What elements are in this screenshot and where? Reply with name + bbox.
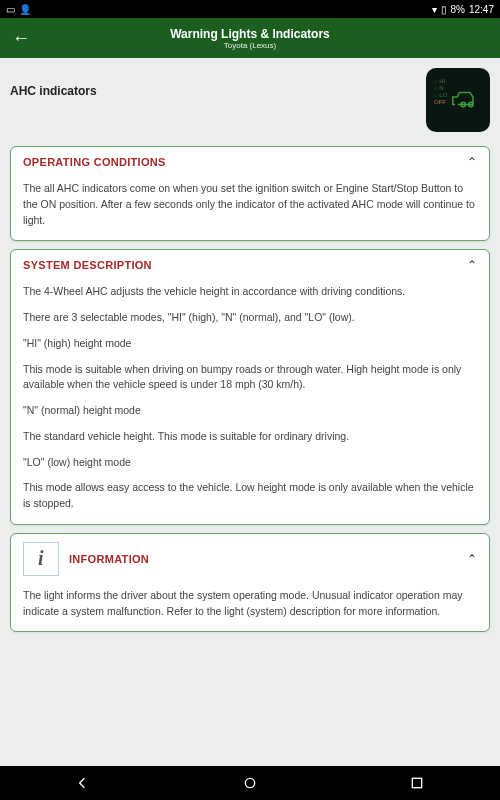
wifi-icon: ▾	[432, 4, 437, 15]
battery-icon: ▯	[441, 4, 447, 15]
header-titles: Warning Lights & Indicators Toyota (Lexu…	[170, 27, 330, 50]
nav-recent-button[interactable]	[408, 774, 426, 792]
clock: 12:47	[469, 4, 494, 15]
battery-text: 8%	[451, 4, 465, 15]
level-hi: ○ HI	[434, 78, 447, 85]
system-p2: There are 3 selectable modes, "HI" (high…	[23, 310, 477, 326]
system-p4: This mode is suitable when driving on bu…	[23, 362, 477, 394]
panel-operating-header[interactable]: OPERATING CONDITIONS ⌃	[11, 147, 489, 177]
svg-point-0	[245, 778, 254, 787]
app-header: ← Warning Lights & Indicators Toyota (Le…	[0, 18, 500, 58]
chevron-up-icon: ⌃	[467, 258, 477, 272]
nav-bar	[0, 766, 500, 800]
panel-system: SYSTEM DESCRIPTION ⌃ The 4-Wheel AHC adj…	[10, 249, 490, 525]
contact-icon: 👤	[19, 4, 31, 15]
indicator-icon: ○ HI ○ N ○ LO OFF	[426, 68, 490, 132]
level-lo: ○ LO	[434, 92, 447, 99]
chevron-up-icon: ⌃	[467, 552, 477, 566]
panel-operating: OPERATING CONDITIONS ⌃ The all AHC indic…	[10, 146, 490, 241]
system-p6: The standard vehicle height. This mode i…	[23, 429, 477, 445]
svg-rect-1	[412, 778, 421, 787]
chevron-up-icon: ⌃	[467, 155, 477, 169]
panel-system-header[interactable]: SYSTEM DESCRIPTION ⌃	[11, 250, 489, 280]
information-text: The light informs the driver about the s…	[23, 588, 477, 620]
system-p1: The 4-Wheel AHC adjusts the vehicle heig…	[23, 284, 477, 300]
page-top: AHC indicators ○ HI ○ N ○ LO OFF	[10, 68, 490, 132]
nav-home-button[interactable]	[241, 774, 259, 792]
panel-information-title-wrap: i INFORMATION	[23, 542, 149, 576]
laptop-icon: ▭	[6, 4, 15, 15]
panel-system-body: The 4-Wheel AHC adjusts the vehicle heig…	[11, 280, 489, 524]
system-p8: This mode allows easy access to the vehi…	[23, 480, 477, 512]
header-subtitle: Toyota (Lexus)	[170, 41, 330, 50]
system-p5: "N" (normal) height mode	[23, 403, 477, 419]
panel-operating-body: The all AHC indicators come on when you …	[11, 177, 489, 240]
status-left: ▭ 👤	[6, 4, 31, 15]
page-title: AHC indicators	[10, 84, 97, 98]
level-off: OFF	[434, 99, 447, 106]
level-n: ○ N	[434, 85, 447, 92]
info-icon: i	[23, 542, 59, 576]
panel-information: i INFORMATION ⌃ The light informs the dr…	[10, 533, 490, 633]
panel-operating-title: OPERATING CONDITIONS	[23, 156, 166, 168]
header-title: Warning Lights & Indicators	[170, 27, 330, 41]
panel-information-body: The light informs the driver about the s…	[11, 584, 489, 632]
back-button[interactable]: ←	[12, 28, 30, 49]
status-bar: ▭ 👤 ▾ ▯ 8% 12:47	[0, 0, 500, 18]
operating-text: The all AHC indicators come on when you …	[23, 181, 477, 228]
system-p7: "LO" (low) height mode	[23, 455, 477, 471]
content: AHC indicators ○ HI ○ N ○ LO OFF OPERATI…	[0, 58, 500, 632]
nav-back-button[interactable]	[74, 774, 92, 792]
system-p3: "HI" (high) height mode	[23, 336, 477, 352]
panel-system-title: SYSTEM DESCRIPTION	[23, 259, 152, 271]
panel-information-header[interactable]: i INFORMATION ⌃	[11, 534, 489, 584]
status-right: ▾ ▯ 8% 12:47	[432, 4, 494, 15]
panel-information-title: INFORMATION	[69, 553, 149, 565]
